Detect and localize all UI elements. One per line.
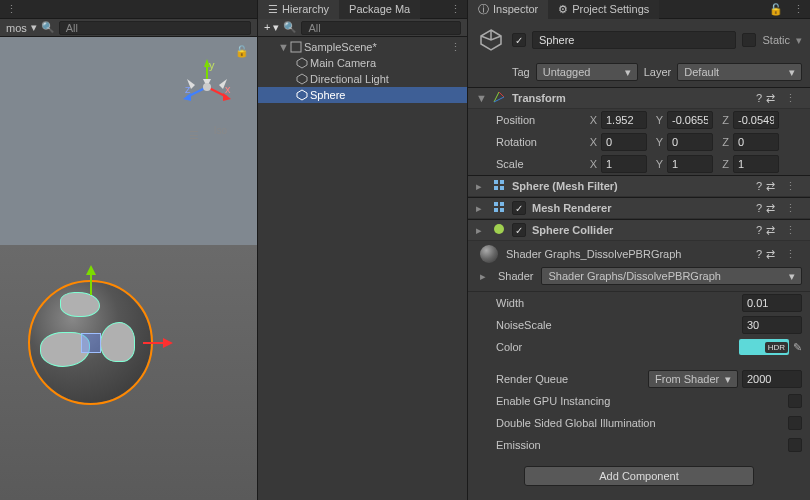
- hierarchy-search-input[interactable]: All: [301, 21, 461, 35]
- chevron-down-icon: ▾: [625, 66, 631, 79]
- tab-project-settings[interactable]: ⚙Project Settings: [548, 0, 659, 19]
- lock-icon[interactable]: 🔓: [235, 45, 249, 58]
- svg-point-12: [203, 83, 211, 91]
- scene-row[interactable]: ▼ SampleScene* ⋮: [258, 39, 467, 55]
- gpu-instancing-row: Enable GPU Instancing: [468, 390, 810, 412]
- hierarchy-panel-menu-icon[interactable]: ⋮: [444, 3, 467, 16]
- preset-icon[interactable]: ⇄: [766, 224, 775, 237]
- position-z-field[interactable]: [733, 111, 779, 129]
- position-y-field[interactable]: [667, 111, 713, 129]
- dropdown-arrow-icon: ▾: [31, 21, 37, 34]
- foldout-icon[interactable]: ▸: [480, 270, 490, 283]
- double-sided-gi-checkbox[interactable]: [788, 416, 802, 430]
- svg-rect-21: [494, 180, 498, 184]
- mesh-renderer-header[interactable]: ▸ Mesh Renderer ?⇄⋮: [468, 197, 810, 219]
- move-gizmo-plane[interactable]: [81, 333, 101, 353]
- scene-row-menu-icon[interactable]: ⋮: [444, 41, 467, 54]
- rotation-z-field[interactable]: [733, 133, 779, 151]
- foldout-icon[interactable]: ▸: [476, 202, 486, 215]
- hierarchy-item-camera[interactable]: Main Camera: [258, 55, 467, 71]
- noisescale-field[interactable]: [742, 316, 802, 334]
- static-label: Static: [762, 34, 790, 46]
- sphere-collider-header[interactable]: ▸ Sphere Collider ?⇄⋮: [468, 219, 810, 241]
- foldout-icon[interactable]: ▼: [476, 92, 486, 104]
- chevron-down-icon: ▾: [789, 270, 795, 283]
- help-icon[interactable]: ?: [756, 92, 762, 105]
- emission-checkbox[interactable]: [788, 438, 802, 452]
- scale-x-field[interactable]: [601, 155, 647, 173]
- gpu-instancing-checkbox[interactable]: [788, 394, 802, 408]
- svg-point-29: [494, 224, 504, 234]
- active-checkbox[interactable]: [512, 33, 526, 47]
- svg-text:y: y: [209, 59, 215, 71]
- create-dropdown-button[interactable]: + ▾: [264, 21, 279, 34]
- tab-inspector[interactable]: ⓘInspector: [468, 0, 548, 19]
- move-gizmo-y-axis[interactable]: [83, 265, 99, 295]
- inspector-panel-menu-icon[interactable]: ⋮: [787, 3, 810, 16]
- shader-dropdown[interactable]: Shader Graphs/DissolvePBRGraph▾: [541, 267, 802, 285]
- transform-icon: [492, 90, 506, 106]
- preset-icon[interactable]: ⇄: [766, 180, 775, 193]
- scene-viewport[interactable]: y x z 🔓 ☰ Iso: [0, 37, 257, 500]
- static-dropdown-icon[interactable]: ▾: [796, 34, 802, 47]
- preset-icon[interactable]: ⇄: [766, 202, 775, 215]
- layer-dropdown[interactable]: Default▾: [677, 63, 802, 81]
- help-icon[interactable]: ?: [756, 248, 762, 261]
- gameobject-icon-large[interactable]: [476, 25, 506, 55]
- tag-label: Tag: [512, 66, 530, 78]
- gear-icon: ⚙: [558, 3, 568, 16]
- lock-icon[interactable]: 🔓: [765, 3, 787, 16]
- grid-icon[interactable]: ☰: [189, 129, 199, 142]
- foldout-icon[interactable]: ▸: [476, 180, 486, 193]
- eyedropper-icon[interactable]: ✎: [793, 341, 802, 354]
- width-row: Width: [468, 292, 810, 314]
- selected-object-sphere[interactable]: [18, 270, 163, 415]
- hierarchy-item-sphere[interactable]: Sphere: [258, 87, 467, 103]
- static-checkbox[interactable]: [742, 33, 756, 47]
- component-menu-icon[interactable]: ⋮: [779, 92, 802, 105]
- rotation-y-field[interactable]: [667, 133, 713, 151]
- render-queue-field[interactable]: [742, 370, 802, 388]
- material-header[interactable]: Shader Graphs_DissolvePBRGraph ?⇄⋮: [468, 241, 810, 265]
- inspector-tab-bar: ⓘInspector ⚙Project Settings 🔓 ⋮: [468, 0, 810, 19]
- material-menu-icon[interactable]: ⋮: [779, 248, 802, 261]
- component-menu-icon[interactable]: ⋮: [779, 224, 802, 237]
- transform-header[interactable]: ▼ Transform ?⇄⋮: [468, 87, 810, 109]
- tag-dropdown[interactable]: Untagged▾: [536, 63, 638, 81]
- sphere-collider-enabled-checkbox[interactable]: [512, 223, 526, 237]
- help-icon[interactable]: ?: [756, 224, 762, 237]
- move-gizmo-x-axis[interactable]: [143, 335, 173, 351]
- mesh-renderer-enabled-checkbox[interactable]: [512, 201, 526, 215]
- render-queue-dropdown[interactable]: From Shader▾: [648, 370, 738, 388]
- svg-rect-26: [500, 202, 504, 206]
- foldout-icon[interactable]: ▼: [278, 41, 288, 53]
- gameobject-icon: [296, 73, 308, 85]
- width-field[interactable]: [742, 294, 802, 312]
- projection-label[interactable]: Iso: [214, 125, 227, 136]
- preset-icon[interactable]: ⇄: [766, 92, 775, 105]
- component-menu-icon[interactable]: ⋮: [779, 180, 802, 193]
- foldout-icon[interactable]: ▸: [476, 224, 486, 237]
- rotation-x-field[interactable]: [601, 133, 647, 151]
- component-menu-icon[interactable]: ⋮: [779, 202, 802, 215]
- help-icon[interactable]: ?: [756, 202, 762, 215]
- hierarchy-item-light[interactable]: Directional Light: [258, 71, 467, 87]
- scale-z-field[interactable]: [733, 155, 779, 173]
- orientation-gizmo[interactable]: y x z: [177, 57, 237, 117]
- svg-marker-16: [163, 338, 173, 348]
- help-icon[interactable]: ?: [756, 180, 762, 193]
- info-icon: ⓘ: [478, 2, 489, 17]
- add-component-button[interactable]: Add Component: [524, 466, 754, 486]
- scene-search-input[interactable]: All: [59, 21, 251, 35]
- scene-panel-menu-icon[interactable]: ⋮: [0, 3, 23, 16]
- object-name-field[interactable]: [532, 31, 736, 49]
- position-x-field[interactable]: [601, 111, 647, 129]
- color-field[interactable]: HDR: [739, 339, 789, 355]
- toolbar-dropdown-label[interactable]: mos: [6, 22, 27, 34]
- tab-hierarchy[interactable]: ☰Hierarchy: [258, 0, 339, 19]
- preset-icon[interactable]: ⇄: [766, 248, 775, 261]
- mesh-filter-header[interactable]: ▸ Sphere (Mesh Filter) ?⇄⋮: [468, 175, 810, 197]
- tab-package-manager[interactable]: Package Ma: [339, 0, 420, 19]
- hierarchy-panel: ☰Hierarchy Package Ma ⋮ + ▾ 🔍 All ▼ Samp…: [258, 0, 468, 500]
- scale-y-field[interactable]: [667, 155, 713, 173]
